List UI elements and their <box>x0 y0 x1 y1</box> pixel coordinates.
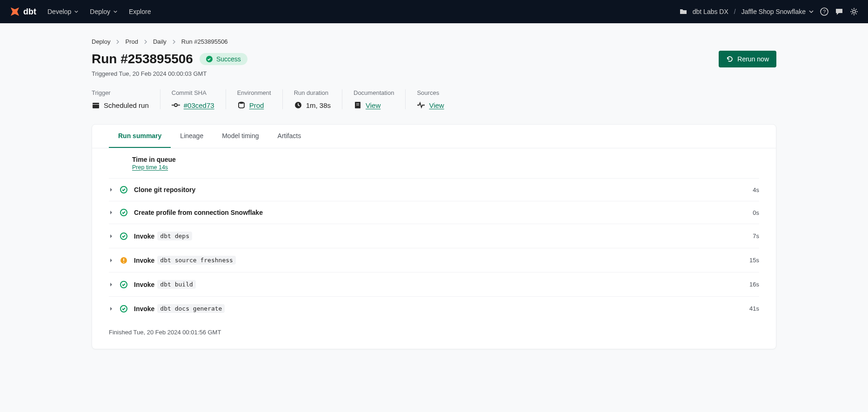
tab-lineage[interactable]: Lineage <box>171 125 213 148</box>
project-select[interactable]: Jaffle Shop Snowflake <box>741 8 814 15</box>
chat-icon[interactable] <box>835 7 844 16</box>
chevron-right-icon <box>115 39 120 45</box>
step-code: dbt deps <box>157 232 192 240</box>
svg-point-19 <box>123 262 124 263</box>
commit-icon <box>172 101 180 109</box>
nav-deploy-label: Deploy <box>90 8 110 15</box>
step-row[interactable]: Invoke dbt docs generate 41s <box>109 297 759 320</box>
queue-row: Time in queue Prep time 14s <box>109 148 759 179</box>
crumb-deploy[interactable]: Deploy <box>92 38 110 45</box>
calendar-icon <box>92 101 100 109</box>
pulse-icon <box>417 101 425 109</box>
meta-trigger-value: Scheduled run <box>104 101 149 109</box>
gear-icon[interactable] <box>849 7 859 16</box>
nav-deploy[interactable]: Deploy <box>90 8 118 15</box>
svg-rect-3 <box>93 103 99 108</box>
org-name[interactable]: dbt Labs DX <box>693 8 728 15</box>
nav-right: dbt Labs DX / Jaffle Shop Snowflake ? <box>680 7 859 16</box>
meta-documentation: Documentation View <box>342 89 405 109</box>
help-icon[interactable]: ? <box>820 7 829 16</box>
nav-develop-label: Develop <box>47 8 71 15</box>
finished-timestamp: Finished Tue, 20 Feb 2024 00:01:56 GMT <box>92 320 776 349</box>
nav-explore[interactable]: Explore <box>129 8 151 15</box>
crumb-daily[interactable]: Daily <box>153 38 167 45</box>
steps-list: Time in queue Prep time 14s Clone git re… <box>92 148 776 320</box>
caret-right-icon <box>109 306 114 311</box>
step-row[interactable]: Create profile from connection Snowflake… <box>109 201 759 224</box>
refresh-icon <box>726 55 734 63</box>
chevron-down-icon <box>74 9 79 14</box>
brand-logo[interactable]: dbt <box>9 6 36 17</box>
database-icon <box>237 101 246 109</box>
step-title: Clone git repository <box>134 186 195 193</box>
step-code: dbt build <box>157 280 195 289</box>
caret-right-icon <box>109 210 114 215</box>
breadcrumbs: Deploy Prod Daily Run #253895506 <box>92 38 776 45</box>
step-row[interactable]: Clone git repository 4s <box>109 179 759 201</box>
page-header: Run #253895506 Success Rerun now <box>92 51 776 67</box>
chevron-right-icon <box>143 39 148 45</box>
chevron-right-icon <box>171 39 177 45</box>
warning-icon <box>120 257 127 264</box>
meta-commit-value[interactable]: #03ced73 <box>184 101 214 109</box>
meta-row: Trigger Scheduled run Commit SHA #03ced7… <box>92 89 776 109</box>
tab-run-summary[interactable]: Run summary <box>109 125 171 148</box>
nav-develop[interactable]: Develop <box>47 8 79 15</box>
caret-right-icon <box>109 258 114 263</box>
meta-sources-value[interactable]: View <box>429 101 444 109</box>
brand-text: dbt <box>23 7 36 17</box>
step-title: Invoke <box>134 305 154 312</box>
step-title: Invoke <box>134 233 154 240</box>
svg-point-5 <box>174 104 177 106</box>
queue-title: Time in queue <box>132 156 176 163</box>
tab-artifacts[interactable]: Artifacts <box>268 125 311 148</box>
meta-environment: Environment Prod <box>226 89 282 109</box>
queue-subtitle[interactable]: Prep time 14s <box>132 164 168 171</box>
meta-documentation-label: Documentation <box>354 89 394 96</box>
rerun-label: Rerun now <box>737 55 769 63</box>
meta-environment-value[interactable]: Prod <box>249 101 264 109</box>
step-duration: 4s <box>753 186 759 193</box>
tabs: Run summary Lineage Model timing Artifac… <box>92 125 776 148</box>
meta-sources-label: Sources <box>417 89 444 96</box>
step-row[interactable]: Invoke dbt build 16s <box>109 272 759 297</box>
triggered-timestamp: Triggered Tue, 20 Feb 2024 00:00:03 GMT <box>92 70 776 77</box>
page: Deploy Prod Daily Run #253895506 Run #25… <box>80 23 788 368</box>
caret-right-icon <box>109 234 114 239</box>
step-code: dbt docs generate <box>157 304 225 313</box>
step-title: Invoke <box>134 257 154 264</box>
dbt-logo-icon <box>9 6 23 17</box>
run-card: Run summary Lineage Model timing Artifac… <box>92 124 776 349</box>
nav-explore-label: Explore <box>129 8 151 15</box>
meta-trigger-label: Trigger <box>92 89 149 96</box>
caret-right-icon <box>109 282 114 287</box>
meta-duration: Run duration 1m, 38s <box>282 89 342 109</box>
meta-documentation-value[interactable]: View <box>366 101 381 109</box>
check-circle-icon <box>120 281 127 288</box>
folder-icon <box>680 8 687 15</box>
step-title: Create profile from connection Snowflake <box>134 209 263 216</box>
meta-sources: Sources View <box>405 89 455 109</box>
crumb-prod[interactable]: Prod <box>125 38 138 45</box>
svg-text:?: ? <box>823 9 826 14</box>
step-duration: 7s <box>753 233 759 239</box>
meta-commit: Commit SHA #03ced73 <box>160 89 226 109</box>
step-duration: 0s <box>753 209 759 216</box>
tab-model-timing[interactable]: Model timing <box>213 125 268 148</box>
separator: / <box>734 8 736 15</box>
meta-commit-label: Commit SHA <box>172 89 214 96</box>
nav-left: Develop Deploy Explore <box>47 8 151 15</box>
chevron-down-icon <box>113 9 118 14</box>
page-title: Run #253895506 <box>92 52 193 66</box>
step-row[interactable]: Invoke dbt source freshness 15s <box>109 248 759 272</box>
rerun-button[interactable]: Rerun now <box>719 51 776 67</box>
project-name: Jaffle Shop Snowflake <box>741 8 806 15</box>
book-icon <box>354 101 362 109</box>
check-circle-icon <box>120 305 127 312</box>
svg-point-2 <box>853 10 855 13</box>
step-row[interactable]: Invoke dbt deps 7s <box>109 224 759 248</box>
crumb-run: Run #253895506 <box>181 38 228 45</box>
check-circle-icon <box>120 209 127 216</box>
step-title: Invoke <box>134 281 154 288</box>
status-badge: Success <box>200 53 247 65</box>
